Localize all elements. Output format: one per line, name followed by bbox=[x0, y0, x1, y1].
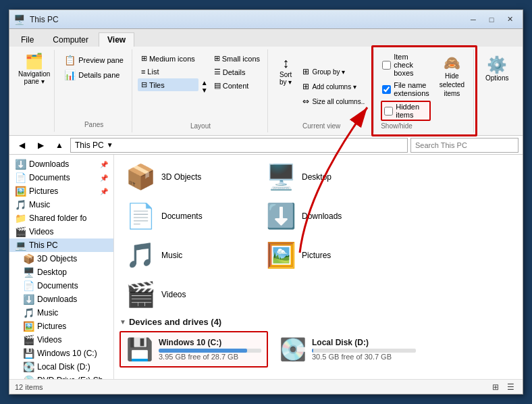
group-by-button[interactable]: ⊞ Group by ▾ bbox=[299, 65, 368, 78]
maximize-button[interactable]: □ bbox=[483, 13, 500, 26]
sidebar-item-videos[interactable]: 🎬 Videos bbox=[9, 225, 113, 238]
sidebar-item-label: Videos bbox=[29, 227, 53, 236]
content-button[interactable]: ▤ Content bbox=[211, 79, 263, 92]
device-locd[interactable]: 💽 Local Disk (D:) 30.5 GB free of 30.7 G… bbox=[273, 331, 422, 368]
sidebar-item-documents[interactable]: 📄 Documents bbox=[9, 279, 113, 293]
file-name-extensions-label: File name extensions bbox=[394, 81, 429, 97]
sidebar-item-downloads-pinned[interactable]: ⬇️ Downloads 📌 bbox=[9, 157, 113, 171]
item-check-boxes-checkbox[interactable] bbox=[382, 61, 391, 70]
sidebar-item-label: Documents bbox=[37, 281, 78, 291]
sidebar-item-documents-pinned[interactable]: 📄 Documents 📌 bbox=[9, 171, 113, 184]
sidebar-item-desktop[interactable]: 🖥️ Desktop bbox=[9, 266, 113, 279]
sidebar-item-music[interactable]: 🎵 Music bbox=[9, 198, 113, 211]
sort-by-button[interactable]: ↕️ Sortby ▾ bbox=[275, 52, 296, 121]
list-button[interactable]: ≡ List bbox=[138, 66, 198, 78]
hidden-items-checkbox[interactable] bbox=[384, 107, 393, 116]
tile-videos[interactable]: 🎬 Videos bbox=[119, 278, 255, 311]
back-button[interactable]: ◀ bbox=[14, 138, 30, 153]
tile-downloads[interactable]: ⬇️ Downloads bbox=[260, 199, 395, 233]
show-hide-buttons: 🙈 Hide selecteditems bbox=[436, 52, 468, 121]
locd-icon: 💽 bbox=[23, 361, 34, 372]
device-dvdf[interactable]: 📀 DVD RW Drive (F:) bbox=[273, 373, 422, 379]
device-winc[interactable]: 💾 Windows 10 (C:) 3.95 GB free of 28.7 G… bbox=[119, 331, 268, 368]
content-icon: ▤ bbox=[214, 81, 221, 90]
pictures-icon: 🖼️ bbox=[15, 186, 26, 197]
tile-pictures[interactable]: 🖼️ Pictures bbox=[260, 238, 395, 272]
tiles-button[interactable]: ⊟ Tiles bbox=[138, 78, 198, 91]
sidebar-item-locd[interactable]: 💽 Local Disk (D:) bbox=[9, 360, 113, 374]
sidebar-item-downloads[interactable]: ⬇️ Downloads bbox=[9, 293, 113, 306]
minimize-button[interactable]: ─ bbox=[464, 13, 482, 26]
search-input[interactable] bbox=[410, 138, 518, 153]
sidebar-item-music2[interactable]: 🎵 Music bbox=[9, 306, 113, 320]
item-check-boxes-option[interactable]: Item check boxes bbox=[381, 52, 431, 78]
medium-icons-button[interactable]: ⊞ Medium icons bbox=[138, 52, 198, 65]
tiles-icon: ⊟ bbox=[141, 80, 147, 89]
grid-view-button[interactable]: ⊞ bbox=[489, 381, 502, 393]
options-group: ⚙️ Options bbox=[475, 49, 518, 132]
close-button[interactable]: ✕ bbox=[501, 13, 518, 26]
details-pane-button[interactable]: 📊 Details pane bbox=[61, 68, 126, 82]
address-bar[interactable]: This PC ▼ bbox=[70, 138, 408, 153]
options-icon: ⚙️ bbox=[487, 55, 507, 74]
forward-button[interactable]: ▶ bbox=[32, 138, 49, 153]
music-icon: 🎵 bbox=[15, 199, 26, 210]
documents2-icon: 📄 bbox=[23, 280, 34, 291]
sidebar-item-3dobjects[interactable]: 📦 3D Objects bbox=[9, 252, 113, 266]
options-button[interactable]: ⚙️ Options bbox=[481, 52, 513, 85]
tile-downloads-icon: ⬇️ bbox=[266, 204, 296, 228]
tile-desktop[interactable]: 🖥️ Desktop bbox=[260, 160, 395, 194]
tile-3dobjects-label: 3D Objects bbox=[161, 172, 201, 182]
devices-section-header[interactable]: ▼ Devices and drives (4) bbox=[119, 317, 517, 327]
hide-selected-icon: 🙈 bbox=[444, 54, 460, 72]
small-icons-icon: ⊞ bbox=[214, 54, 220, 63]
sidebar-item-videos2[interactable]: 🎬 Videos bbox=[9, 333, 113, 347]
medium-icons-icon: ⊞ bbox=[141, 54, 147, 63]
tile-3dobjects[interactable]: 📦 3D Objects bbox=[119, 160, 255, 194]
file-name-extensions-option[interactable]: File name extensions bbox=[381, 80, 431, 98]
nav-pane-button[interactable]: 🗂️ Navigationpane ▾ bbox=[14, 49, 55, 132]
sidebar-item-this-pc[interactable]: 💻 This PC bbox=[9, 238, 113, 252]
sidebar-item-shared[interactable]: 📁 Shared folder fo bbox=[9, 211, 113, 225]
tile-documents[interactable]: 📄 Documents bbox=[119, 199, 255, 233]
tab-view[interactable]: View bbox=[99, 32, 134, 47]
sidebar-item-label: Downloads bbox=[37, 295, 77, 304]
sidebar-item-label: Shared folder fo bbox=[29, 213, 86, 223]
sidebar-item-label: Music bbox=[37, 308, 58, 318]
sidebar-item-pictures[interactable]: 🖼️ Pictures bbox=[9, 320, 113, 333]
device-locd-name: Local Disk (D:) bbox=[312, 338, 416, 347]
tile-music[interactable]: 🎵 Music bbox=[119, 238, 255, 272]
music2-icon: 🎵 bbox=[23, 307, 34, 318]
up-button[interactable]: ▲ bbox=[51, 138, 68, 153]
titlebar: 🖥️ This PC ─ □ ✕ bbox=[9, 10, 523, 29]
preview-pane-icon: 📋 bbox=[64, 55, 76, 66]
hidden-items-option[interactable]: Hidden items bbox=[381, 101, 431, 121]
pin-icon: 📌 bbox=[100, 188, 108, 195]
device-dvde[interactable]: 💿 DVD Drive (E:) SMBB 0 bytes free of 4.… bbox=[119, 373, 268, 379]
add-columns-button[interactable]: ⊞ Add columns ▾ bbox=[299, 80, 368, 93]
layout-scroll-up[interactable]: ▲ bbox=[200, 79, 209, 86]
layout-scroll-down[interactable]: ▼ bbox=[200, 86, 209, 94]
sidebar-item-winc[interactable]: 💾 Windows 10 (C:) bbox=[9, 347, 113, 360]
tab-file[interactable]: File bbox=[12, 32, 43, 47]
device-locd-space: 30.5 GB free of 30.7 GB bbox=[312, 353, 416, 361]
videos-icon: 🎬 bbox=[15, 226, 26, 237]
medium-icons-label: Medium icons bbox=[149, 55, 195, 63]
item-check-boxes-label: Item check boxes bbox=[394, 53, 429, 77]
sort-icon: ↕️ bbox=[282, 55, 289, 71]
hide-selected-button[interactable]: 🙈 Hide selecteditems bbox=[436, 52, 468, 100]
small-icons-button[interactable]: ⊞ Small icons bbox=[211, 52, 263, 65]
layout-group: ⊞ Medium icons ≡ List ⊟ Tiles ▲ bbox=[134, 49, 268, 132]
size-cols-icon: ⇔ bbox=[302, 97, 309, 106]
preview-pane-button[interactable]: 📋 Preview pane bbox=[61, 53, 126, 67]
layout-col-right: ⊞ Small icons ☰ Details ▤ Content bbox=[211, 52, 263, 121]
sidebar-item-label: This PC bbox=[29, 241, 58, 250]
file-name-extensions-checkbox[interactable] bbox=[382, 85, 391, 94]
sidebar-item-pictures-pinned[interactable]: 🖼️ Pictures 📌 bbox=[9, 184, 113, 198]
tab-computer[interactable]: Computer bbox=[44, 32, 97, 47]
details-button[interactable]: ☰ Details bbox=[211, 66, 263, 78]
size-all-columns-button[interactable]: ⇔ Size all columns.. bbox=[299, 95, 368, 108]
sidebar-item-dvde[interactable]: 💿 DVD Drive (E:) Sh... bbox=[9, 374, 113, 379]
window-title: This PC bbox=[27, 15, 464, 24]
details-view-button[interactable]: ☰ bbox=[504, 381, 517, 393]
